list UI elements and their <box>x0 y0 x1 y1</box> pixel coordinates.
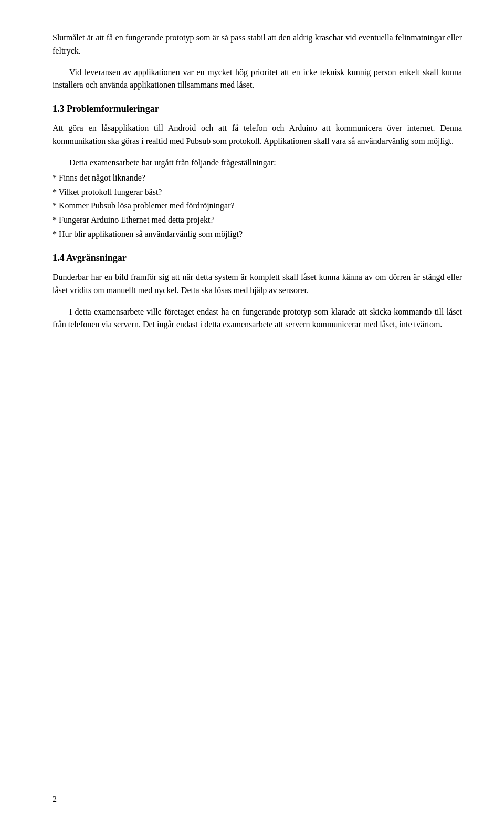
intro-paragraph-2: Vid leveransen av applikationen var en m… <box>52 66 462 92</box>
list-item-5: * Hur blir applikationen så användarvänl… <box>52 228 462 241</box>
intro-paragraph-1: Slutmålet är att få en fungerande protot… <box>52 32 462 58</box>
section-1-3-para1: Att göra en låsapplikation till Android … <box>52 122 462 148</box>
section-1-3-questions-intro: Detta examensarbete har utgått från följ… <box>52 156 462 170</box>
questions-list: * Finns det något liknande? * Vilket pro… <box>52 172 462 241</box>
section-1-4-para1: Dunderbar har en bild framför sig att nä… <box>52 271 462 297</box>
section-1-4-heading: 1.4 Avgränsningar <box>52 252 462 265</box>
list-item-1: * Finns det något liknande? <box>52 172 462 185</box>
page-container: Slutmålet är att få en fungerande protot… <box>0 0 504 382</box>
section-1-3-heading: 1.3 Problemformuleringar <box>52 102 462 116</box>
page-number: 2 <box>52 795 57 804</box>
list-item-4: * Fungerar Arduino Ethernet med detta pr… <box>52 214 462 227</box>
section-1-4-para2: I detta examensarbete ville företaget en… <box>52 306 462 332</box>
list-item-2: * Vilket protokoll fungerar bäst? <box>52 186 462 199</box>
list-item-3: * Kommer Pubsub lösa problemet med fördr… <box>52 200 462 213</box>
